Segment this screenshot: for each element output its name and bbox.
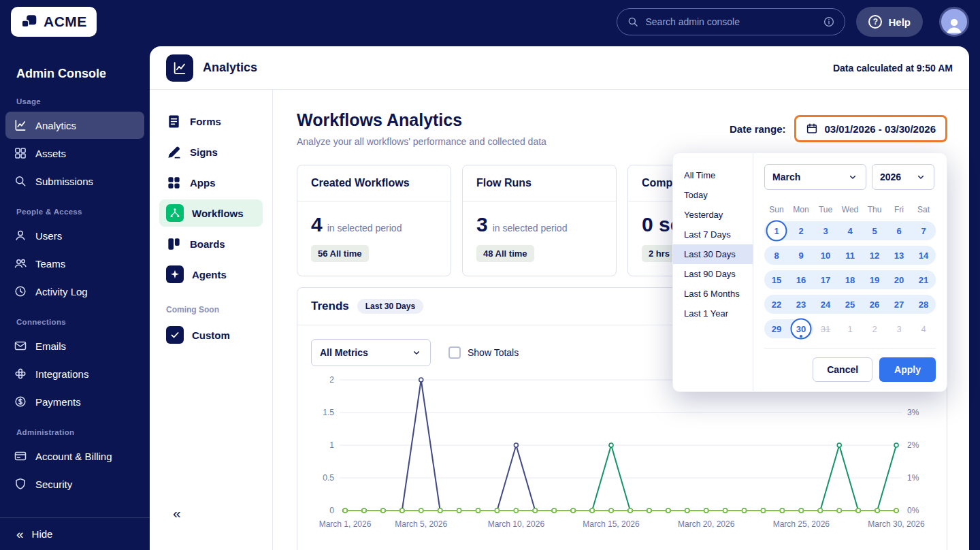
- nav-item-label: Forms: [190, 116, 221, 127]
- calendar-day[interactable]: 22: [764, 295, 789, 314]
- svg-text:1: 1: [329, 440, 334, 450]
- preset-last-1-year[interactable]: Last 1 Year: [673, 304, 753, 323]
- sidebar-item-assets[interactable]: Assets: [5, 140, 144, 167]
- question-mark-icon: ?: [868, 15, 882, 29]
- avatar[interactable]: [939, 7, 969, 37]
- calendar-day[interactable]: 29: [764, 319, 789, 338]
- calendar-day[interactable]: 27: [887, 295, 911, 314]
- sidebar-item-integrations[interactable]: Integrations: [5, 360, 144, 387]
- section-label-people-access: People & Access: [5, 195, 144, 221]
- calendar-day[interactable]: 5: [862, 221, 887, 240]
- nav-item-apps[interactable]: Apps: [159, 169, 263, 196]
- show-totals-toggle[interactable]: Show Totals: [448, 346, 519, 359]
- nav-item-forms[interactable]: Forms: [159, 108, 263, 135]
- nav-item-boards[interactable]: Boards: [159, 230, 263, 257]
- calendar-day-number: 31: [821, 324, 830, 334]
- calendar-day[interactable]: 23: [789, 295, 813, 314]
- metric-select[interactable]: All Metrics: [311, 339, 431, 366]
- preset-last-7-days[interactable]: Last 7 Days: [673, 225, 753, 244]
- calendar-day[interactable]: 4: [838, 221, 862, 240]
- calendar-day[interactable]: 17: [813, 270, 838, 289]
- calendar-day[interactable]: 1: [764, 221, 789, 240]
- calendar-day[interactable]: 25: [838, 295, 862, 314]
- calendar-day[interactable]: 30: [789, 319, 813, 338]
- nav-item-custom[interactable]: Custom: [159, 321, 263, 349]
- trends-title: Trends: [311, 300, 349, 313]
- weekday-label: Wed: [838, 201, 862, 219]
- preset-last-30-days[interactable]: Last 30 Days: [673, 244, 753, 264]
- sidebar-item-label: Assets: [35, 148, 66, 159]
- calendar-day[interactable]: 21: [911, 270, 936, 289]
- help-button[interactable]: ? Help: [856, 7, 923, 37]
- person-icon: [944, 14, 964, 35]
- calendar-day[interactable]: 1: [838, 319, 862, 338]
- calendar-day[interactable]: 2: [862, 319, 887, 338]
- search-box[interactable]: [617, 8, 845, 35]
- sidebar-item-payments[interactable]: Payments: [5, 388, 144, 415]
- sidebar-item-label: Teams: [35, 258, 65, 270]
- nav-item-agents[interactable]: Agents: [159, 261, 263, 288]
- sidebar-item-activity-log[interactable]: Activity Log: [5, 278, 144, 305]
- preset-all-time[interactable]: All Time: [673, 165, 753, 185]
- calendar-day[interactable]: 26: [862, 295, 887, 314]
- calendar-day-number: 19: [870, 275, 879, 285]
- sidebar-item-emails[interactable]: Emails: [5, 332, 144, 359]
- calendar-day[interactable]: 28: [911, 295, 936, 314]
- hide-button[interactable]: « Hide: [0, 517, 150, 550]
- calendar-day[interactable]: 20: [887, 270, 911, 289]
- date-picker-footer: Cancel Apply: [764, 348, 936, 382]
- calendar-day[interactable]: 12: [862, 246, 887, 265]
- trend-chart-svg: 00.511.520%1%2%3%March 1, 2026March 5, 2…: [306, 372, 945, 535]
- nav-collapse-button[interactable]: «: [173, 505, 181, 521]
- sidebar-item-submissions[interactable]: Submissions: [5, 167, 144, 195]
- date-range-input[interactable]: 03/01/2026 - 03/30/2026: [794, 115, 947, 142]
- acme-logo[interactable]: ACME: [11, 7, 97, 37]
- apply-button[interactable]: Apply: [879, 357, 936, 382]
- nav-item-signs[interactable]: Signs: [159, 138, 263, 165]
- calendar-day[interactable]: 4: [911, 319, 936, 338]
- content-head: Workflows Analytics Analyze your all wor…: [297, 110, 947, 147]
- preset-last-90-days[interactable]: Last 90 Days: [673, 264, 753, 284]
- calendar-day[interactable]: 11: [838, 246, 862, 265]
- calendar-day[interactable]: 18: [838, 270, 862, 289]
- calendar-day[interactable]: 24: [813, 295, 838, 314]
- calendar-day-number: 27: [894, 300, 904, 310]
- calendar-day[interactable]: 16: [789, 270, 813, 289]
- search-input[interactable]: [645, 16, 817, 27]
- info-icon[interactable]: [823, 16, 835, 28]
- calendar-day[interactable]: 2: [789, 221, 813, 240]
- calendar-day[interactable]: 10: [813, 246, 838, 265]
- sidebar-item-teams[interactable]: Teams: [5, 250, 144, 277]
- calendar-day[interactable]: 15: [764, 270, 789, 289]
- preset-last-6-months[interactable]: Last 6 Months: [673, 284, 753, 304]
- preset-today[interactable]: Today: [673, 185, 753, 205]
- calendar-day-number: 3: [896, 324, 901, 334]
- preset-yesterday[interactable]: Yesterday: [673, 205, 753, 225]
- sidebar-item-account-billing[interactable]: Account & Billing: [5, 442, 144, 470]
- sidebar-item-analytics[interactable]: Analytics: [5, 112, 144, 139]
- nav-item-workflows[interactable]: Workflows: [159, 199, 263, 227]
- calendar-day[interactable]: 3: [813, 221, 838, 240]
- custom-icon: [166, 326, 184, 344]
- chevron-down-icon: [915, 172, 926, 182]
- sidebar-item-security[interactable]: Security: [5, 470, 144, 498]
- sidebar-item-users[interactable]: Users: [5, 222, 144, 249]
- agents-icon: [166, 265, 184, 283]
- calendar-day[interactable]: 14: [911, 246, 936, 265]
- year-select[interactable]: 2026: [872, 164, 934, 190]
- calendar-day-number: 20: [894, 275, 904, 285]
- show-totals-checkbox[interactable]: [448, 346, 461, 359]
- calendar-day[interactable]: 9: [789, 246, 813, 265]
- calendar-day[interactable]: 6: [887, 221, 911, 240]
- date-picker-main: March 2026 SunMonTueWedThuFriSat 1234567…: [753, 153, 947, 391]
- calendar-day[interactable]: 31: [813, 319, 838, 338]
- calendar-day[interactable]: 19: [862, 270, 887, 289]
- calendar-day[interactable]: 13: [887, 246, 911, 265]
- svg-text:1.5: 1.5: [323, 408, 334, 417]
- stat-card-number: 4: [311, 213, 323, 236]
- calendar-day[interactable]: 8: [764, 246, 789, 265]
- month-select[interactable]: March: [764, 164, 866, 190]
- calendar-day[interactable]: 7: [911, 221, 936, 240]
- cancel-button[interactable]: Cancel: [813, 357, 872, 382]
- calendar-day[interactable]: 3: [887, 319, 911, 338]
